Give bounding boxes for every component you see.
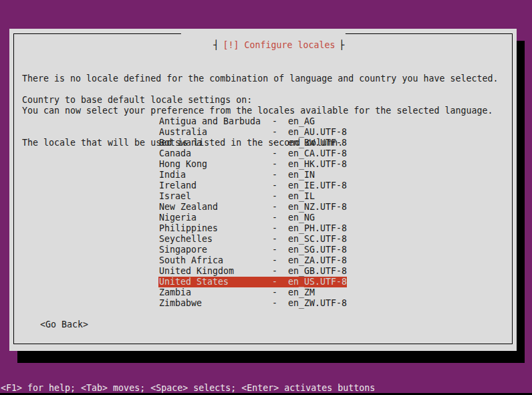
locale-option[interactable]: Australia-en_AU.UTF-8 — [158, 127, 347, 138]
prompt-label: Country to base default locale settings … — [22, 95, 252, 106]
locale-option-locale: en_IE.UTF-8 — [288, 180, 347, 191]
locale-option-separator: - — [272, 245, 277, 255]
locale-option-separator: - — [272, 223, 277, 234]
border-tick-left-icon: ┤ — [213, 40, 219, 50]
locale-option[interactable]: Canada-en_CA.UTF-8 — [158, 148, 347, 159]
locale-option-locale: en_PH.UTF-8 — [288, 223, 347, 234]
locale-option-separator: - — [272, 127, 277, 138]
locale-option-country: Antigua and Barbuda — [159, 116, 261, 127]
locale-option[interactable]: Nigeria-en_NG — [158, 213, 347, 223]
locale-option-separator: - — [272, 148, 277, 159]
locale-option-locale: en_AU.UTF-8 — [288, 127, 347, 138]
locale-option[interactable]: Antigua and Barbuda-en_AG — [158, 116, 347, 127]
locale-option-separator: - — [272, 159, 277, 170]
locale-option-locale: en_ZA.UTF-8 — [288, 255, 347, 266]
locale-option-country: Ireland — [159, 180, 196, 191]
locale-option-locale: en_GB.UTF-8 — [288, 266, 347, 277]
locale-option-country: Singapore — [159, 245, 207, 255]
locale-option-country: Hong Kong — [159, 159, 207, 170]
locale-option[interactable]: Botswana-en_BW.UTF-8 — [158, 138, 347, 148]
locale-option[interactable]: Israel-en_IL — [158, 191, 347, 202]
locale-option[interactable]: Hong Kong-en_HK.UTF-8 — [158, 159, 347, 170]
locale-option-country: United States — [159, 277, 229, 287]
locale-option-country: New Zealand — [159, 202, 218, 213]
locale-option-country: Zimbabwe — [159, 298, 202, 309]
locale-option[interactable]: Ireland-en_IE.UTF-8 — [158, 180, 347, 191]
locale-option-locale: en_HK.UTF-8 — [288, 159, 347, 170]
locale-option-separator: - — [272, 255, 277, 266]
locale-option-locale: en_ZW.UTF-8 — [288, 298, 347, 309]
locale-option[interactable]: Philippines-en_PH.UTF-8 — [158, 223, 347, 234]
locale-option-locale: en_NZ.UTF-8 — [288, 202, 347, 213]
locale-option-country: Israel — [159, 191, 191, 202]
locale-option[interactable]: India-en_IN — [158, 170, 347, 180]
locale-option-country: United Kingdom — [159, 266, 234, 277]
locale-option-locale: en_AG — [288, 116, 315, 127]
locale-option-country: Philippines — [159, 223, 218, 234]
locale-option-separator: - — [272, 287, 277, 298]
locale-option[interactable]: New Zealand-en_NZ.UTF-8 — [158, 202, 347, 213]
locale-option-country: Seychelles — [159, 234, 213, 245]
locale-option-country: Australia — [159, 127, 207, 138]
locale-option-locale: en_US.UTF-8 — [288, 277, 347, 287]
configure-locales-dialog: ┤[!] Configure locales├ There is no loca… — [9, 29, 517, 351]
border-tick-right-icon: ├ — [340, 40, 345, 50]
locale-option-locale: en_IL — [288, 191, 315, 202]
intro-line-1: There is no locale defined for the combi… — [22, 74, 498, 84]
locale-option-locale: en_ZM — [288, 287, 315, 298]
go-back-button[interactable]: <Go Back> — [40, 319, 88, 330]
dialog-title-text: [!] Configure locales — [219, 40, 339, 50]
help-bar: <F1> for help; <Tab> moves; <Space> sele… — [0, 383, 532, 393]
locale-option-locale: en_IN — [288, 170, 315, 180]
locale-option[interactable]: Seychelles-en_SC.UTF-8 — [158, 234, 347, 245]
locale-option-separator: - — [272, 180, 277, 191]
intro-line-2: You can now select your preference from … — [22, 106, 498, 116]
locale-option-separator: - — [272, 170, 277, 180]
locale-option-separator: - — [272, 116, 277, 127]
locale-option[interactable]: United Kingdom-en_GB.UTF-8 — [158, 266, 347, 277]
locale-option-country: Zambia — [159, 287, 191, 298]
locale-option-country: Canada — [159, 148, 191, 159]
locale-option-locale: en_SC.UTF-8 — [288, 234, 347, 245]
locale-option[interactable]: Zimbabwe-en_ZW.UTF-8 — [158, 298, 347, 309]
locale-option-country: South Africa — [159, 255, 223, 266]
locale-option-locale: en_SG.UTF-8 — [288, 245, 347, 255]
locale-option-locale: en_NG — [288, 213, 315, 223]
locale-option-separator: - — [272, 138, 277, 148]
locale-option-separator: - — [272, 234, 277, 245]
locale-option-country: India — [159, 170, 186, 180]
locale-option[interactable]: Singapore-en_SG.UTF-8 — [158, 245, 347, 255]
locale-option[interactable]: South Africa-en_ZA.UTF-8 — [158, 255, 347, 266]
locale-option-separator: - — [272, 191, 277, 202]
locale-option-separator: - — [272, 298, 277, 309]
locale-option-country: Nigeria — [159, 213, 196, 223]
locale-option-country: Botswana — [159, 138, 202, 148]
locale-option-separator: - — [272, 277, 277, 287]
locale-option-locale: en_BW.UTF-8 — [288, 138, 347, 148]
locale-option-separator: - — [272, 202, 277, 213]
installer-screen: ┤[!] Configure locales├ There is no loca… — [0, 0, 532, 395]
locale-option-separator: - — [272, 213, 277, 223]
locale-option-separator: - — [272, 266, 277, 277]
locale-menu: Antigua and Barbuda-en_AGAustralia-en_AU… — [158, 116, 347, 309]
locale-option-selected[interactable]: United States-en_US.UTF-8 — [158, 277, 347, 287]
locale-option-locale: en_CA.UTF-8 — [288, 148, 347, 159]
locale-option[interactable]: Zambia-en_ZM — [158, 287, 347, 298]
